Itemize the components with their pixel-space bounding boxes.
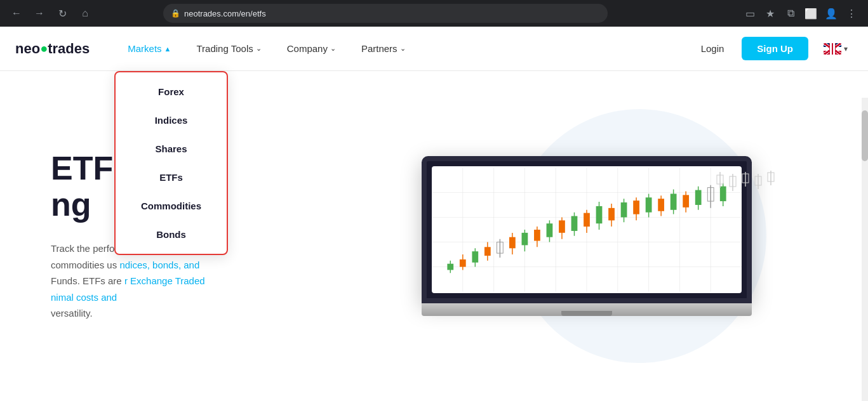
split-view-icon[interactable]: ⬜ <box>802 4 820 22</box>
dropdown-item-bonds[interactable]: Bonds <box>116 220 227 249</box>
nav-markets[interactable]: Markets ▲ <box>115 27 184 71</box>
nav-company[interactable]: Company ⌄ <box>274 27 349 71</box>
dropdown-item-forex[interactable]: Forex <box>116 77 227 106</box>
svg-rect-38 <box>596 206 602 223</box>
company-chevron: ⌄ <box>330 44 336 53</box>
svg-rect-48 <box>658 199 664 211</box>
nav-partners[interactable]: Partners ⌄ <box>349 27 418 71</box>
cast-icon[interactable]: ▭ <box>741 4 759 22</box>
candlestick-chart <box>432 166 742 293</box>
menu-icon[interactable]: ⋮ <box>843 4 860 22</box>
trading-tools-label: Trading Tools <box>197 43 253 54</box>
uk-flag-icon <box>824 43 841 55</box>
laptop <box>422 156 752 316</box>
svg-rect-46 <box>645 197 651 212</box>
svg-rect-44 <box>633 201 639 214</box>
nav-items: Markets ▲ Trading Tools ⌄ Company ⌄ Part… <box>115 27 693 71</box>
svg-rect-14 <box>447 264 453 270</box>
svg-rect-24 <box>509 237 516 249</box>
company-label: Company <box>287 43 328 54</box>
svg-rect-26 <box>521 233 528 246</box>
laptop-screen <box>422 156 752 303</box>
browser-actions: ▭ ★ ⧉ ⬜ 👤 ⋮ <box>741 4 860 22</box>
lang-chevron: ▾ <box>844 44 848 53</box>
login-button[interactable]: Login <box>693 38 732 59</box>
svg-rect-28 <box>534 230 540 241</box>
hero-title-line2: ng <box>51 186 91 223</box>
url-text: neotrades.com/en/etfs <box>184 9 266 18</box>
dropdown-item-etfs[interactable]: ETFs <box>116 163 227 192</box>
laptop-base <box>422 303 752 316</box>
lock-icon: 🔒 <box>171 9 180 18</box>
logo-dot: ● <box>40 41 48 56</box>
hero-image-area <box>356 156 817 316</box>
hero-desc-2: commodities us <box>51 260 117 270</box>
back-button[interactable]: ← <box>8 4 25 22</box>
markets-label: Markets <box>128 43 161 54</box>
address-bar[interactable]: 🔒 neotrades.com/en/etfs <box>163 4 608 23</box>
partners-label: Partners <box>361 43 397 54</box>
navbar: neo●trades Markets ▲ Trading Tools ⌄ Com… <box>0 27 868 71</box>
hero-desc-1: Track the perfo <box>51 243 114 254</box>
svg-rect-50 <box>670 194 676 209</box>
dropdown-item-indices[interactable]: Indices <box>116 106 227 135</box>
svg-rect-52 <box>683 195 689 207</box>
markets-dropdown: Forex Indices Shares ETFs Commodities Bo… <box>114 71 228 255</box>
svg-rect-42 <box>620 202 627 217</box>
signup-button[interactable]: Sign Up <box>742 37 808 60</box>
laptop-container <box>422 156 752 316</box>
logo-trades: trades <box>48 41 90 57</box>
profile-icon[interactable]: 👤 <box>822 4 840 22</box>
home-button[interactable]: ⌂ <box>76 4 94 22</box>
nav-right: Login Sign Up ▾ <box>693 37 853 60</box>
trading-tools-chevron: ⌄ <box>256 44 262 53</box>
refresh-button[interactable]: ↻ <box>53 4 71 22</box>
svg-rect-34 <box>571 216 577 231</box>
hero-desc-3: ndices, bonds, and <box>119 260 199 270</box>
language-selector[interactable]: ▾ <box>818 41 853 57</box>
svg-rect-32 <box>559 220 565 233</box>
nav-trading-tools[interactable]: Trading Tools ⌄ <box>184 27 274 71</box>
dropdown-item-commodities[interactable]: Commodities <box>116 192 227 220</box>
partners-chevron: ⌄ <box>400 44 406 53</box>
extensions-icon[interactable]: ⧉ <box>782 4 799 22</box>
scrollbar[interactable] <box>862 98 868 401</box>
browser-chrome: ← → ↻ ⌂ 🔒 neotrades.com/en/etfs ▭ ★ ⧉ ⬜ … <box>0 0 868 27</box>
bookmark-icon[interactable]: ★ <box>761 4 779 22</box>
svg-rect-40 <box>608 208 615 221</box>
trailing-chart <box>714 169 790 296</box>
scrollbar-thumb[interactable] <box>862 110 868 161</box>
forward-button[interactable]: → <box>30 4 48 22</box>
svg-rect-16 <box>459 260 465 267</box>
dropdown-item-shares[interactable]: Shares <box>116 135 227 163</box>
hero-desc-6: nimal costs and <box>51 292 117 303</box>
laptop-screen-inner <box>432 166 742 293</box>
svg-rect-36 <box>584 213 590 227</box>
svg-rect-18 <box>472 251 478 263</box>
svg-rect-20 <box>484 247 490 256</box>
logo[interactable]: neo●trades <box>15 41 90 57</box>
svg-rect-30 <box>546 223 552 237</box>
hero-desc-7: versatility. <box>51 308 93 319</box>
markets-chevron: ▲ <box>164 45 171 53</box>
logo-neo: neo <box>15 41 40 57</box>
hero-desc-5: r Exchange Traded <box>124 275 205 286</box>
svg-rect-54 <box>695 190 701 205</box>
hero-desc-4: Funds. ETFs are <box>51 275 122 286</box>
